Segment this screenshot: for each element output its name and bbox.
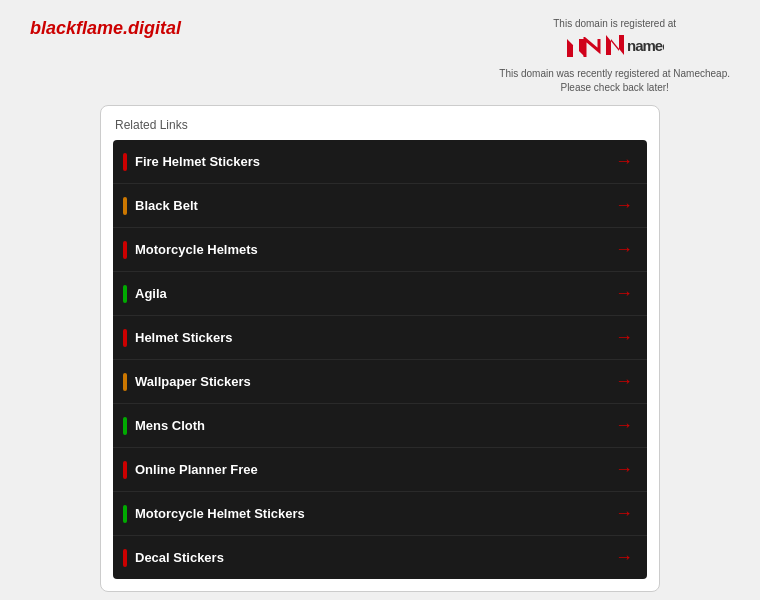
link-text: Mens Cloth — [135, 418, 205, 433]
svg-text:namecheap: namecheap — [627, 37, 664, 54]
color-bar — [123, 285, 127, 303]
namecheap-svg-logo: namecheap — [604, 33, 664, 57]
color-bar — [123, 241, 127, 259]
link-text: Fire Helmet Stickers — [135, 154, 260, 169]
color-bar — [123, 549, 127, 567]
link-text: Helmet Stickers — [135, 330, 233, 345]
color-bar — [123, 373, 127, 391]
link-text: Online Planner Free — [135, 462, 258, 477]
namecheap-n-icon — [565, 37, 601, 59]
namecheap-logo-text: namecheap — [604, 33, 664, 63]
color-bar — [123, 153, 127, 171]
main-content: Related Links Fire Helmet Stickers→Black… — [0, 105, 760, 600]
list-item[interactable]: Mens Cloth→ — [113, 404, 647, 448]
namecheap-logo: namecheap — [499, 33, 730, 63]
list-item[interactable]: Agila→ — [113, 272, 647, 316]
color-bar — [123, 461, 127, 479]
color-bar — [123, 197, 127, 215]
arrow-icon: → — [615, 547, 633, 568]
brand-link[interactable]: blackflame.digital — [30, 18, 181, 39]
arrow-icon: → — [615, 283, 633, 304]
arrow-icon: → — [615, 371, 633, 392]
arrow-icon: → — [615, 239, 633, 260]
list-item[interactable]: Decal Stickers→ — [113, 536, 647, 579]
list-item[interactable]: Wallpaper Stickers→ — [113, 360, 647, 404]
arrow-icon: → — [615, 503, 633, 524]
links-list: Fire Helmet Stickers→Black Belt→Motorcyc… — [113, 140, 647, 579]
list-item[interactable]: Motorcycle Helmet Stickers→ — [113, 492, 647, 536]
link-text: Wallpaper Stickers — [135, 374, 251, 389]
related-links-container: Related Links Fire Helmet Stickers→Black… — [100, 105, 660, 592]
arrow-icon: → — [615, 151, 633, 172]
link-text: Black Belt — [135, 198, 198, 213]
header: blackflame.digital This domain is regist… — [0, 0, 760, 105]
list-item[interactable]: Black Belt→ — [113, 184, 647, 228]
link-text: Decal Stickers — [135, 550, 224, 565]
arrow-icon: → — [615, 459, 633, 480]
link-text: Motorcycle Helmet Stickers — [135, 506, 305, 521]
color-bar — [123, 417, 127, 435]
registered-text: This domain is registered at — [499, 18, 730, 29]
color-bar — [123, 329, 127, 347]
registered-desc: This domain was recently registered at N… — [499, 67, 730, 95]
list-item[interactable]: Motorcycle Helmets→ — [113, 228, 647, 272]
arrow-icon: → — [615, 327, 633, 348]
list-item[interactable]: Fire Helmet Stickers→ — [113, 140, 647, 184]
arrow-icon: → — [615, 195, 633, 216]
list-item[interactable]: Helmet Stickers→ — [113, 316, 647, 360]
link-text: Motorcycle Helmets — [135, 242, 258, 257]
arrow-icon: → — [615, 415, 633, 436]
color-bar — [123, 505, 127, 523]
list-item[interactable]: Online Planner Free→ — [113, 448, 647, 492]
related-links-label: Related Links — [113, 118, 647, 132]
namecheap-section: This domain is registered at namecheap T… — [499, 18, 730, 95]
link-text: Agila — [135, 286, 167, 301]
